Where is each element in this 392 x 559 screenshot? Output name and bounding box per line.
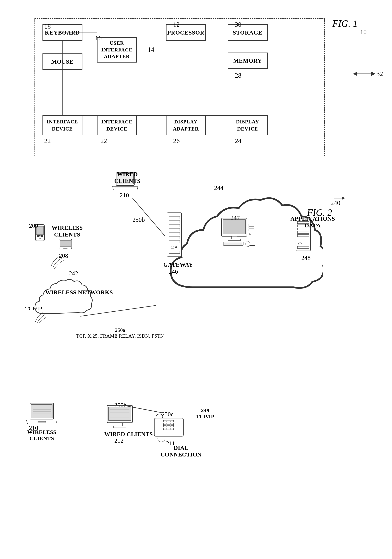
wireless-signals	[49, 253, 67, 272]
conn-250a-label: 250a TCP, X.25, FRAME RELAY, ISDN, PSTN	[76, 327, 164, 339]
line-main-bus-v	[186, 50, 186, 115]
wireless-signal-left	[35, 309, 51, 324]
uia-ref: 16	[95, 34, 102, 42]
bus-ref: 14	[148, 46, 154, 54]
line-disp-adapt-v	[186, 115, 186, 117]
svg-rect-13	[41, 235, 43, 236]
line-left-devices-v	[62, 41, 63, 115]
line-iface-left-v	[117, 115, 117, 117]
wireless-phone-ref: 209	[29, 222, 38, 229]
enterprise-cloud-ref: 244	[214, 185, 223, 191]
dial-connection-label: DIALCONNECTION	[161, 445, 202, 458]
svg-rect-18	[60, 240, 71, 247]
tcp-ip-249-label: 249 TCP/IP	[196, 407, 214, 419]
system-ref-10: 10	[360, 28, 367, 36]
line-uia-bottom	[117, 63, 117, 68]
external-ref: 32	[377, 70, 383, 78]
gateway-label: GATEWAY	[163, 261, 193, 268]
bottom-line	[162, 411, 252, 411]
svg-rect-40	[223, 220, 245, 234]
conn-250c	[160, 271, 160, 413]
wireless-clients-icon	[56, 238, 74, 253]
svg-rect-11	[37, 235, 39, 236]
fig1-system-boundary: KEYBOARD 18 MOUSE USER INTERFACE ADAPTER…	[35, 18, 325, 156]
storage-ref: 30	[235, 21, 241, 28]
svg-rect-41	[232, 236, 237, 239]
wired-clients-212-ref: 212	[114, 437, 124, 444]
svg-line-83	[124, 405, 162, 413]
fig1-title: FIG. 1	[332, 18, 358, 29]
server-247-ref: 247	[231, 214, 240, 221]
fig1-diagram: FIG. 1 10 KEYBOARD 18 MOUSE USER INTERFA…	[24, 18, 369, 156]
line-left-iface	[62, 115, 97, 116]
fig2-diagram: FIG. 2 240 244 WIRELESS NETWORKS WIREDCL…	[24, 171, 369, 480]
svg-rect-12	[39, 235, 41, 236]
conn-line-212	[122, 404, 169, 422]
external-arrow: 32	[353, 70, 383, 78]
processor-block: PROCESSOR	[166, 24, 206, 41]
wired-clients-top-ref: 210	[120, 192, 129, 199]
processor-ref: 12	[173, 21, 180, 28]
display-adapter-ref: 26	[173, 137, 180, 145]
line-mouse-uia	[82, 62, 97, 62]
line-processor-bus	[186, 41, 186, 51]
svg-rect-66	[117, 423, 123, 426]
gateway-ref: 246	[169, 268, 178, 275]
svg-rect-49	[224, 242, 242, 245]
line-left-kb	[62, 33, 82, 33]
display-device-ref: 24	[235, 137, 241, 145]
storage-block: STORAGE	[228, 24, 268, 41]
svg-rect-67	[114, 426, 126, 428]
line-left-mouse	[62, 62, 82, 62]
line-disp-dev-v	[248, 115, 248, 117]
display-device-block: DISPLAY DEVICE	[228, 115, 268, 135]
applications-data-ref: 248	[301, 254, 311, 261]
line-bus-bottom	[137, 115, 248, 116]
svg-marker-85	[342, 197, 345, 200]
wireless-clients-label: WIRELESSCLIENTS	[52, 224, 83, 238]
line-keyboard-uia	[82, 33, 97, 33]
svg-line-81	[133, 198, 165, 236]
system-240-arrow	[332, 193, 347, 204]
wireless-networks-label: WIRELESS NETWORKS	[45, 289, 113, 296]
svg-rect-15	[41, 236, 43, 237]
interface-device-left-ref: 22	[44, 137, 51, 145]
wireless-clients-bottom-label: WIRELESSCLIENTS	[27, 429, 56, 441]
interface-device-right-block: INTERFACE DEVICE	[97, 115, 137, 135]
wired-clients-212-label: WIRED CLIENTS	[104, 431, 153, 438]
svg-rect-14	[37, 236, 39, 237]
svg-rect-27	[38, 421, 46, 423]
conn-line-gateway	[129, 196, 176, 242]
wired-clients-top-label: WIREDCLIENTS	[114, 171, 141, 184]
memory-ref: 28	[235, 72, 241, 79]
display-adapter-block: DISPLAY ADAPTER	[166, 115, 206, 135]
svg-point-37	[175, 246, 177, 248]
server-247-icon	[220, 216, 256, 262]
interface-device-right-ref: 22	[101, 137, 107, 145]
svg-line-82	[80, 305, 156, 316]
wireless-242-ref: 242	[69, 270, 78, 277]
wireless-laptop-icon	[26, 402, 58, 426]
svg-rect-19	[63, 248, 68, 249]
keyboard-ref: 18	[44, 23, 51, 30]
svg-rect-42	[228, 239, 241, 241]
line-uia-vertical	[117, 50, 117, 115]
line-storage-memory	[248, 41, 248, 69]
interface-device-left-block: INTERFACE DEVICE	[43, 115, 82, 135]
applications-data-label: APPLICATIONSDATA	[291, 215, 335, 229]
